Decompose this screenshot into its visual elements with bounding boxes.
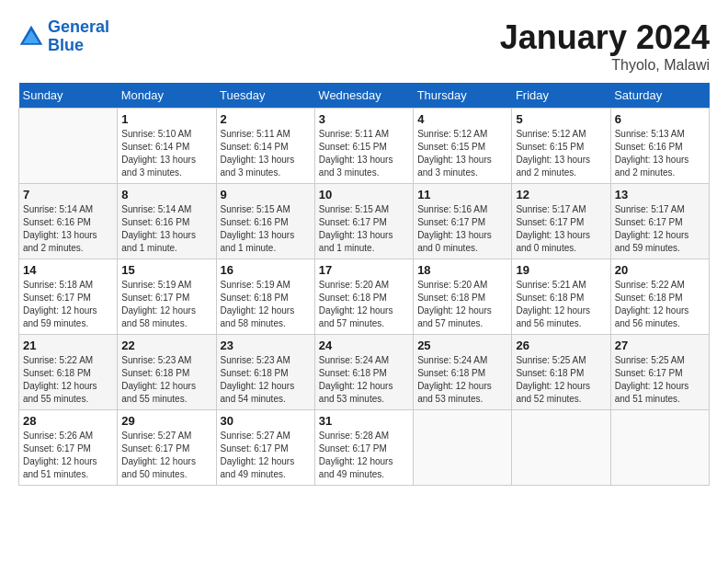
calendar-cell: 23Sunrise: 5:23 AMSunset: 6:18 PMDayligh… [216, 335, 314, 410]
weekday-header-thursday: Thursday [414, 83, 512, 109]
day-detail: Sunrise: 5:15 AMSunset: 6:17 PMDaylight:… [319, 203, 409, 255]
day-number: 5 [516, 112, 606, 126]
week-row-3: 14Sunrise: 5:18 AMSunset: 6:17 PMDayligh… [19, 259, 710, 335]
day-number: 26 [516, 339, 606, 352]
calendar-cell: 19Sunrise: 5:21 AMSunset: 6:18 PMDayligh… [512, 259, 610, 335]
day-number: 14 [23, 263, 113, 277]
day-detail: Sunrise: 5:24 AMSunset: 6:18 PMDaylight:… [417, 354, 507, 406]
day-number: 31 [319, 414, 409, 428]
logo: General Blue [18, 18, 109, 55]
calendar-cell: 9Sunrise: 5:15 AMSunset: 6:16 PMDaylight… [216, 184, 314, 259]
day-number: 23 [221, 339, 311, 352]
weekday-header-row: SundayMondayTuesdayWednesdayThursdayFrid… [19, 83, 710, 109]
calendar-cell: 7Sunrise: 5:14 AMSunset: 6:16 PMDaylight… [19, 184, 118, 259]
day-number: 24 [319, 339, 409, 352]
day-number: 1 [121, 112, 211, 126]
page-header: General Blue January 2024 Thyolo, Malawi [18, 18, 710, 74]
day-number: 30 [221, 414, 311, 428]
day-number: 12 [516, 188, 606, 201]
day-number: 8 [121, 188, 211, 201]
title-block: January 2024 Thyolo, Malawi [500, 18, 710, 74]
day-detail: Sunrise: 5:22 AMSunset: 6:18 PMDaylight:… [615, 279, 705, 330]
day-detail: Sunrise: 5:20 AMSunset: 6:18 PMDaylight:… [319, 279, 409, 330]
calendar-cell: 18Sunrise: 5:20 AMSunset: 6:18 PMDayligh… [414, 259, 512, 335]
day-number: 20 [615, 263, 705, 277]
day-detail: Sunrise: 5:14 AMSunset: 6:16 PMDaylight:… [121, 203, 211, 255]
calendar-cell [610, 410, 709, 486]
calendar-table: SundayMondayTuesdayWednesdayThursdayFrid… [18, 83, 710, 486]
day-number: 10 [319, 188, 409, 201]
day-detail: Sunrise: 5:19 AMSunset: 6:18 PMDaylight:… [221, 279, 311, 330]
day-detail: Sunrise: 5:11 AMSunset: 6:14 PMDaylight:… [221, 128, 311, 179]
calendar-cell: 21Sunrise: 5:22 AMSunset: 6:18 PMDayligh… [19, 335, 118, 410]
day-detail: Sunrise: 5:13 AMSunset: 6:16 PMDaylight:… [615, 128, 705, 179]
day-detail: Sunrise: 5:23 AMSunset: 6:18 PMDaylight:… [121, 354, 211, 406]
calendar-cell: 16Sunrise: 5:19 AMSunset: 6:18 PMDayligh… [216, 259, 314, 335]
day-number: 9 [221, 188, 311, 201]
calendar-cell [19, 109, 118, 184]
calendar-cell: 30Sunrise: 5:27 AMSunset: 6:17 PMDayligh… [216, 410, 314, 486]
logo-text: General Blue [48, 18, 109, 55]
day-detail: Sunrise: 5:20 AMSunset: 6:18 PMDaylight:… [417, 279, 507, 330]
weekday-header-friday: Friday [512, 83, 610, 109]
day-detail: Sunrise: 5:24 AMSunset: 6:18 PMDaylight:… [319, 354, 409, 406]
day-detail: Sunrise: 5:10 AMSunset: 6:14 PMDaylight:… [121, 128, 211, 179]
calendar-cell: 27Sunrise: 5:25 AMSunset: 6:17 PMDayligh… [610, 335, 709, 410]
day-number: 19 [516, 263, 606, 277]
day-detail: Sunrise: 5:27 AMSunset: 6:17 PMDaylight:… [221, 430, 311, 481]
day-number: 28 [23, 414, 113, 428]
day-detail: Sunrise: 5:21 AMSunset: 6:18 PMDaylight:… [516, 279, 606, 330]
calendar-cell: 28Sunrise: 5:26 AMSunset: 6:17 PMDayligh… [19, 410, 118, 486]
calendar-cell: 31Sunrise: 5:28 AMSunset: 6:17 PMDayligh… [314, 410, 413, 486]
week-row-5: 28Sunrise: 5:26 AMSunset: 6:17 PMDayligh… [19, 410, 710, 486]
calendar-cell [414, 410, 512, 486]
calendar-cell: 15Sunrise: 5:19 AMSunset: 6:17 PMDayligh… [118, 259, 216, 335]
calendar-cell: 14Sunrise: 5:18 AMSunset: 6:17 PMDayligh… [19, 259, 118, 335]
day-detail: Sunrise: 5:18 AMSunset: 6:17 PMDaylight:… [23, 279, 113, 330]
week-row-2: 7Sunrise: 5:14 AMSunset: 6:16 PMDaylight… [19, 184, 710, 259]
day-number: 7 [23, 188, 113, 201]
calendar-cell: 8Sunrise: 5:14 AMSunset: 6:16 PMDaylight… [118, 184, 216, 259]
day-number: 29 [121, 414, 211, 428]
calendar-cell: 29Sunrise: 5:27 AMSunset: 6:17 PMDayligh… [118, 410, 216, 486]
calendar-cell: 24Sunrise: 5:24 AMSunset: 6:18 PMDayligh… [314, 335, 413, 410]
logo-icon [18, 24, 44, 50]
month-title: January 2024 [500, 18, 710, 57]
week-row-1: 1Sunrise: 5:10 AMSunset: 6:14 PMDaylight… [19, 109, 710, 184]
day-number: 25 [417, 339, 507, 352]
day-number: 2 [221, 112, 311, 126]
day-detail: Sunrise: 5:28 AMSunset: 6:17 PMDaylight:… [319, 430, 409, 481]
calendar-cell: 1Sunrise: 5:10 AMSunset: 6:14 PMDaylight… [118, 109, 216, 184]
day-detail: Sunrise: 5:12 AMSunset: 6:15 PMDaylight:… [417, 128, 507, 179]
calendar-cell: 5Sunrise: 5:12 AMSunset: 6:15 PMDaylight… [512, 109, 610, 184]
day-number: 3 [319, 112, 409, 126]
day-number: 6 [615, 112, 705, 126]
calendar-cell: 17Sunrise: 5:20 AMSunset: 6:18 PMDayligh… [314, 259, 413, 335]
calendar-cell: 13Sunrise: 5:17 AMSunset: 6:17 PMDayligh… [610, 184, 709, 259]
day-detail: Sunrise: 5:26 AMSunset: 6:17 PMDaylight:… [23, 430, 113, 481]
calendar-cell: 3Sunrise: 5:11 AMSunset: 6:15 PMDaylight… [314, 109, 413, 184]
day-number: 21 [23, 339, 113, 352]
day-detail: Sunrise: 5:17 AMSunset: 6:17 PMDaylight:… [615, 203, 705, 255]
day-detail: Sunrise: 5:25 AMSunset: 6:18 PMDaylight:… [516, 354, 606, 406]
weekday-header-saturday: Saturday [610, 83, 709, 109]
calendar-cell: 6Sunrise: 5:13 AMSunset: 6:16 PMDaylight… [610, 109, 709, 184]
day-detail: Sunrise: 5:12 AMSunset: 6:15 PMDaylight:… [516, 128, 606, 179]
day-detail: Sunrise: 5:14 AMSunset: 6:16 PMDaylight:… [23, 203, 113, 255]
day-number: 22 [121, 339, 211, 352]
day-detail: Sunrise: 5:23 AMSunset: 6:18 PMDaylight:… [221, 354, 311, 406]
day-detail: Sunrise: 5:16 AMSunset: 6:17 PMDaylight:… [417, 203, 507, 255]
day-number: 17 [319, 263, 409, 277]
calendar-cell: 22Sunrise: 5:23 AMSunset: 6:18 PMDayligh… [118, 335, 216, 410]
calendar-cell: 20Sunrise: 5:22 AMSunset: 6:18 PMDayligh… [610, 259, 709, 335]
calendar-cell: 4Sunrise: 5:12 AMSunset: 6:15 PMDaylight… [414, 109, 512, 184]
day-number: 16 [221, 263, 311, 277]
calendar-cell: 2Sunrise: 5:11 AMSunset: 6:14 PMDaylight… [216, 109, 314, 184]
calendar-cell: 11Sunrise: 5:16 AMSunset: 6:17 PMDayligh… [414, 184, 512, 259]
weekday-header-wednesday: Wednesday [314, 83, 413, 109]
day-number: 4 [417, 112, 507, 126]
day-detail: Sunrise: 5:25 AMSunset: 6:17 PMDaylight:… [615, 354, 705, 406]
calendar-cell: 26Sunrise: 5:25 AMSunset: 6:18 PMDayligh… [512, 335, 610, 410]
day-detail: Sunrise: 5:15 AMSunset: 6:16 PMDaylight:… [221, 203, 311, 255]
weekday-header-tuesday: Tuesday [216, 83, 314, 109]
